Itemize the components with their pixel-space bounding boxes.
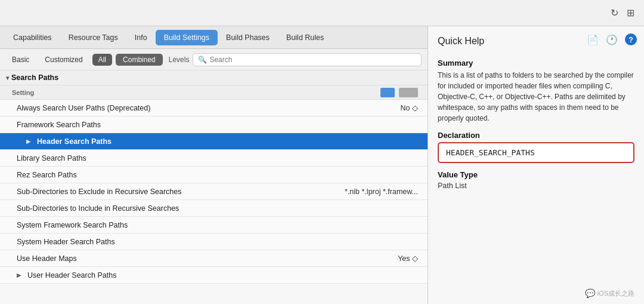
declaration-box: HEADER_SEARCH_PATHS (438, 142, 634, 163)
section-chevron[interactable]: ▾ (6, 75, 9, 81)
setting-name: Sub-Directories to Include in Recursive … (17, 204, 413, 213)
section-header: ▾ Search Paths (0, 70, 428, 85)
declaration-section: Declaration HEADER_SEARCH_PATHS (438, 131, 634, 163)
gray-swatch (399, 88, 418, 97)
table-row[interactable]: Use Header Maps Yes ◇ (0, 250, 428, 267)
setting-name: Always Search User Paths (Deprecated) (17, 104, 396, 112)
table-row[interactable]: Rez Search Paths (0, 167, 428, 183)
filter-bar: Basic Customized All Combined Levels 🔍 (0, 49, 428, 70)
summary-label: Summary (438, 59, 634, 67)
watermark-text: iOS成长之路 (597, 289, 634, 298)
setting-name: User Header Search Paths (27, 271, 413, 280)
tab-bar: Capabilities Resource Tags Info Build Se… (0, 26, 428, 49)
value-type-value: Path List (438, 182, 634, 190)
table-row[interactable]: Always Search User Paths (Deprecated) No… (0, 100, 428, 116)
toolbar: ↻ ⊞ (0, 0, 644, 26)
table-row-selected[interactable]: ▶ Header Search Paths (0, 133, 428, 150)
setting-name: Framework Search Paths (17, 121, 413, 129)
section-title: Search Paths (11, 73, 58, 82)
setting-name: Rez Search Paths (17, 171, 413, 179)
split-icon[interactable]: ⊞ (627, 7, 634, 19)
declaration-label: Declaration (438, 131, 634, 140)
tab-build-phases[interactable]: Build Phases (218, 30, 278, 45)
toolbar-icons: ↻ ⊞ (611, 7, 634, 19)
tab-info[interactable]: Info (126, 30, 156, 45)
setting-value: No ◇ (401, 103, 418, 112)
search-icon: 🔍 (198, 56, 207, 64)
col-header-setting: Setting (12, 89, 376, 96)
left-panel: Capabilities Resource Tags Info Build Se… (0, 26, 428, 304)
setting-value: Yes ◇ (398, 254, 418, 263)
watermark: 💬 iOS成长之路 (585, 288, 634, 298)
tab-build-settings[interactable]: Build Settings (156, 30, 218, 45)
col-header-values (380, 88, 418, 97)
setting-value: *.nib *.lproj *.framew... (345, 188, 418, 196)
history-icon[interactable]: 🕐 (606, 34, 618, 45)
refresh-icon[interactable]: ↻ (611, 7, 618, 19)
setting-name: Library Search Paths (17, 154, 413, 162)
table-row[interactable]: Sub-Directories to Exclude in Recursive … (0, 183, 428, 200)
tab-resource-tags[interactable]: Resource Tags (60, 30, 126, 45)
row-chevron-icon: ▶ (26, 138, 31, 145)
table-row[interactable]: System Framework Search Paths (0, 217, 428, 234)
quick-help-toolbar: 📄 🕐 ? (587, 33, 637, 45)
table-row[interactable]: Library Search Paths (0, 150, 428, 167)
row-chevron-icon: ▶ (17, 272, 21, 278)
table-row[interactable]: Framework Search Paths (0, 116, 428, 133)
blue-swatch (380, 88, 395, 97)
setting-name: Use Header Maps (17, 254, 393, 263)
filter-combined-button[interactable]: Combined (116, 54, 163, 66)
document-icon[interactable]: 📄 (587, 34, 599, 45)
setting-name: System Framework Search Paths (17, 221, 413, 229)
column-header-row: Setting (0, 85, 428, 100)
tab-capabilities[interactable]: Capabilities (5, 30, 60, 45)
settings-content: ▾ Search Paths Setting Always Search Use… (0, 70, 428, 304)
table-row[interactable]: Sub-Directories to Include in Recursive … (0, 200, 428, 217)
value-type-section: Value Type Path List (438, 170, 634, 190)
value-type-label: Value Type (438, 170, 634, 179)
search-box[interactable]: 🔍 (193, 53, 422, 66)
search-input[interactable] (209, 56, 416, 64)
help-icon[interactable]: ? (625, 33, 637, 45)
levels-label: Levels (169, 56, 190, 64)
summary-text: This is a list of paths to folders to be… (438, 70, 634, 124)
setting-name: Header Search Paths (37, 137, 413, 146)
table-row[interactable]: System Header Search Paths (0, 234, 428, 250)
main-layout: Capabilities Resource Tags Info Build Se… (0, 26, 644, 304)
wechat-icon: 💬 (585, 288, 595, 298)
filter-customized-button[interactable]: Customized (39, 54, 88, 66)
filter-basic-button[interactable]: Basic (6, 54, 35, 66)
filter-all-button[interactable]: All (92, 54, 112, 66)
setting-name: Sub-Directories to Exclude in Recursive … (17, 188, 340, 196)
table-row[interactable]: ▶ User Header Search Paths (0, 267, 428, 284)
setting-name: System Header Search Paths (17, 238, 413, 246)
tab-build-rules[interactable]: Build Rules (278, 30, 332, 45)
summary-section: Summary This is a list of paths to folde… (438, 59, 634, 124)
right-panel: 📄 🕐 ? Quick Help Summary This is a list … (428, 26, 644, 304)
